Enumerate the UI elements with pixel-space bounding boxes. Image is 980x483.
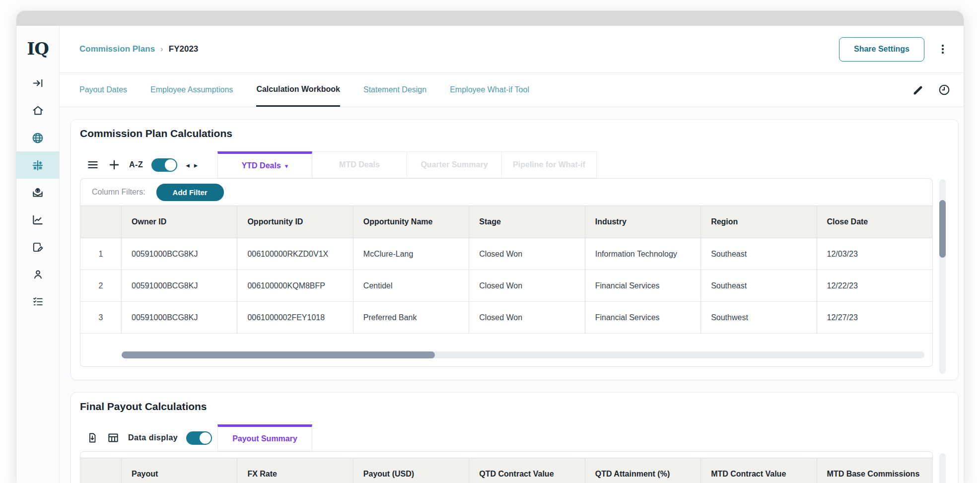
tab-payout-dates[interactable]: Payout Dates bbox=[79, 73, 127, 107]
sheet-tab-payout-summary[interactable]: Payout Summary bbox=[217, 424, 312, 451]
cell-industry: Information Technology bbox=[585, 238, 700, 270]
column-header[interactable]: QTD Attainment (%) bbox=[585, 458, 700, 483]
table-header-row: Payout FX Rate Payout (USD) QTD Contract… bbox=[80, 458, 932, 483]
cell-opportunity-name: Preferred Bank bbox=[353, 302, 469, 333]
sidebar-item-globe[interactable] bbox=[16, 124, 59, 151]
sidebar-item-tasks[interactable] bbox=[16, 288, 59, 315]
cell-stage: Closed Won bbox=[469, 270, 584, 301]
column-header[interactable]: QTD Contract Value bbox=[469, 458, 584, 483]
final-payout-calculations-card: Final Payout Calculations bbox=[70, 392, 959, 483]
sidebar-item-people[interactable] bbox=[16, 261, 59, 288]
column-header[interactable]: Stage bbox=[469, 206, 584, 238]
sidebar-item-statements[interactable] bbox=[16, 233, 59, 261]
breadcrumb-parent-link[interactable]: Commission Plans bbox=[79, 44, 155, 54]
cell-stage: Closed Won bbox=[469, 238, 584, 270]
add-filter-button[interactable]: Add Filter bbox=[156, 184, 224, 201]
cell-opportunity-name: McClure-Lang bbox=[353, 238, 469, 270]
table-grid-icon[interactable] bbox=[107, 431, 120, 444]
add-plus-icon[interactable] bbox=[108, 158, 121, 171]
menu-hamburger-icon[interactable] bbox=[86, 158, 99, 171]
cell-opportunity-id: 006100000KQM8BFP bbox=[237, 270, 352, 301]
row-number: 2 bbox=[80, 270, 121, 301]
table-row[interactable]: 3 00591000BCG8KJ 0061000002FEY1018 Prefe… bbox=[80, 302, 932, 334]
export-file-icon[interactable] bbox=[86, 431, 98, 444]
cell-close-date: 12/27/23 bbox=[817, 302, 932, 333]
cell-owner-id: 00591000BCG8KJ bbox=[121, 270, 237, 301]
content-area: Commission Plan Calculations A-Z bbox=[60, 107, 964, 483]
tab-employee-what-if[interactable]: Employee What-if Tool bbox=[450, 73, 529, 107]
cell-owner-id: 00591000BCG8KJ bbox=[121, 238, 237, 270]
vertical-scrollbar[interactable] bbox=[939, 179, 946, 374]
column-header[interactable]: Industry bbox=[585, 206, 700, 238]
column-header[interactable]: MTD Base Commissions bbox=[817, 458, 932, 483]
column-header[interactable]: Payout (USD) bbox=[353, 458, 469, 483]
column-header[interactable]: Close Date bbox=[817, 206, 932, 238]
column-header[interactable]: Opportunity Name bbox=[353, 206, 469, 238]
kebab-menu-icon[interactable] bbox=[938, 43, 948, 55]
section-title: Commission Plan Calculations bbox=[80, 128, 232, 139]
row-number: 1 bbox=[80, 238, 121, 270]
sidebar-item-payouts[interactable] bbox=[16, 179, 59, 206]
cell-close-date: 12/22/23 bbox=[817, 270, 932, 301]
cell-industry: Financial Services bbox=[585, 270, 700, 301]
cell-industry: Financial Services bbox=[585, 302, 700, 333]
sort-toggle[interactable] bbox=[151, 158, 177, 172]
statement-edit-icon bbox=[31, 241, 44, 254]
edit-pencil-icon[interactable] bbox=[912, 84, 924, 96]
column-header[interactable]: FX Rate bbox=[237, 458, 352, 483]
cell-close-date: 12/03/23 bbox=[817, 238, 932, 270]
table-header-row: Owner ID Opportunity ID Opportunity Name… bbox=[80, 206, 932, 238]
sheet-tab-ytd-deals[interactable]: YTD Deals ▾ bbox=[217, 151, 312, 178]
history-clock-icon[interactable] bbox=[938, 83, 951, 96]
sheet-tab-mtd-deals[interactable]: MTD Deals bbox=[312, 151, 407, 178]
calculations-icon bbox=[31, 159, 44, 172]
home-icon bbox=[32, 104, 44, 117]
column-header[interactable]: Opportunity ID bbox=[237, 206, 352, 238]
column-header[interactable]: MTD Contract Value bbox=[700, 458, 816, 483]
cell-region: Southwest bbox=[700, 302, 816, 333]
table-row[interactable]: 1 00591000BCG8KJ 006100000RKZD0V1X McClu… bbox=[80, 238, 932, 270]
window-titlebar bbox=[16, 11, 964, 26]
page-header: Commission Plans › FY2023 Share Settings bbox=[60, 26, 964, 72]
horizontal-scrollbar[interactable] bbox=[122, 351, 924, 358]
sort-az-label[interactable]: A-Z bbox=[129, 160, 143, 169]
tab-employee-assumptions[interactable]: Employee Assumptions bbox=[150, 73, 233, 107]
tab-calculation-workbook[interactable]: Calculation Workbook bbox=[256, 73, 340, 107]
cell-region: Southeast bbox=[700, 270, 816, 301]
analytics-chart-icon bbox=[31, 213, 44, 226]
sidebar: IQ bbox=[16, 26, 60, 483]
prev-arrow-icon[interactable]: ◂ bbox=[186, 161, 190, 169]
breadcrumb-separator: › bbox=[160, 44, 163, 54]
cell-region: Southeast bbox=[700, 238, 816, 270]
share-settings-button[interactable]: Share Settings bbox=[839, 37, 924, 62]
app-logo: IQ bbox=[27, 39, 49, 59]
vertical-scrollbar-thumb[interactable] bbox=[939, 200, 946, 258]
section-title: Final Payout Calculations bbox=[80, 401, 207, 413]
checklist-icon bbox=[32, 295, 44, 308]
sidebar-item-calculations[interactable] bbox=[16, 151, 59, 179]
person-icon bbox=[32, 268, 44, 280]
cell-opportunity-id: 0061000002FEY1018 bbox=[237, 302, 352, 333]
data-display-label: Data display bbox=[128, 433, 178, 442]
sheet-tab-quarter-summary[interactable]: Quarter Summary bbox=[407, 151, 502, 178]
data-display-toggle[interactable] bbox=[186, 431, 212, 445]
vertical-scrollbar[interactable] bbox=[939, 453, 946, 483]
cell-stage: Closed Won bbox=[469, 302, 584, 333]
tab-statement-design[interactable]: Statement Design bbox=[363, 73, 426, 107]
cell-opportunity-id: 006100000RKZD0V1X bbox=[237, 238, 352, 270]
deals-table: Column Filters: Add Filter Owner ID Oppo… bbox=[80, 178, 933, 367]
row-number: 3 bbox=[80, 302, 121, 333]
collapse-panel-icon bbox=[32, 77, 44, 89]
sidebar-item-home[interactable] bbox=[16, 97, 59, 124]
payout-inbox-icon bbox=[31, 186, 44, 199]
sidebar-item-analytics[interactable] bbox=[16, 206, 59, 233]
sidebar-item-collapse[interactable] bbox=[16, 69, 59, 97]
sheet-tabstrip: YTD Deals ▾ MTD Deals Quarter Summary Pi… bbox=[217, 151, 597, 178]
table-row[interactable]: 2 00591000BCG8KJ 006100000KQM8BFP Centid… bbox=[80, 270, 932, 302]
column-header[interactable]: Owner ID bbox=[121, 206, 237, 238]
next-arrow-icon[interactable]: ▸ bbox=[194, 161, 198, 169]
column-header[interactable]: Payout bbox=[121, 458, 237, 483]
horizontal-scrollbar-thumb[interactable] bbox=[122, 351, 435, 358]
sheet-tab-pipeline-what-if[interactable]: Pipeline for What-if bbox=[502, 151, 597, 178]
column-header[interactable]: Region bbox=[700, 206, 816, 238]
